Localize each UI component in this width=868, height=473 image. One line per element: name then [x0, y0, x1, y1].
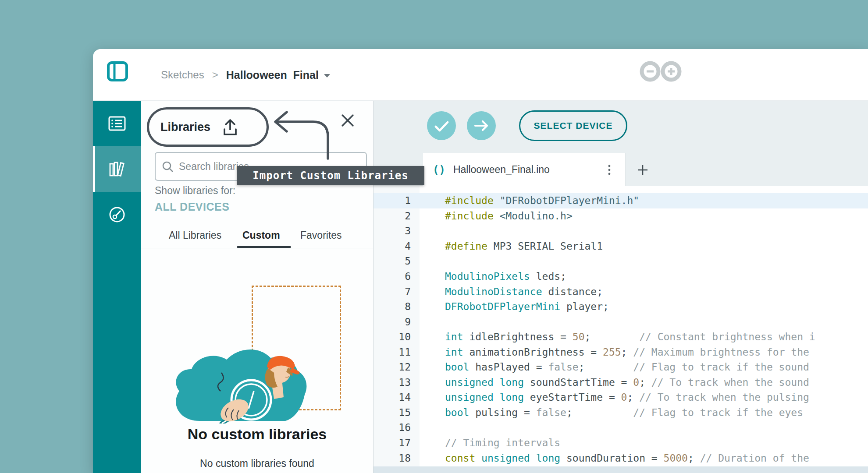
line-number: 17 [374, 437, 420, 448]
line-number: 3 [374, 225, 420, 236]
app-header: Sketches > Hallooween_Final [93, 49, 868, 101]
line-number: 4 [374, 240, 420, 252]
code-line[interactable]: 9 [374, 314, 868, 329]
line-number: 6 [374, 271, 420, 282]
code-text: bool pulsing = false; // Flag to track i… [420, 407, 803, 418]
sidebar [93, 101, 141, 473]
empty-state-illustration [169, 331, 327, 424]
sketch-file-icon: () [433, 164, 445, 176]
upload-sketch-button[interactable] [467, 111, 496, 140]
code-line[interactable]: 2#include <Modulino.h> [374, 208, 868, 224]
plus-icon [636, 163, 650, 177]
code-line[interactable]: 5 [374, 254, 868, 269]
code-line[interactable]: 14unsigned long eyeStartTime = 0; // To … [374, 390, 868, 405]
arrow-right-icon [467, 111, 496, 140]
code-line[interactable]: 7ModulinoDistance distance; [374, 284, 868, 299]
all-devices-filter[interactable]: ALL DEVICES [155, 201, 229, 213]
screen: Sketches > Hallooween_Final [0, 0, 868, 473]
code-line[interactable]: 1#include "DFRobotDFPlayerMini.h" [374, 193, 868, 208]
code-line[interactable]: 3 [374, 223, 868, 239]
tab-favorites[interactable]: Favorites [300, 229, 342, 241]
editor-toolbar: SELECT DEVICE [374, 101, 868, 153]
sketchbook-icon [107, 114, 127, 133]
code-line[interactable]: 11int animationBrightness = 255; // Maxi… [374, 344, 868, 360]
code-line[interactable]: 16 [374, 420, 868, 435]
code-text: const unsigned long soundDuration = 5000… [420, 452, 809, 464]
sidebar-item-reference[interactable] [93, 192, 141, 237]
line-number: 2 [374, 210, 420, 222]
sidebar-toggle-icon [107, 61, 128, 82]
breadcrumb: Sketches > Hallooween_Final [161, 49, 330, 101]
tab-all-libraries[interactable]: All Libraries [169, 229, 221, 241]
arduino-logo-icon [638, 60, 686, 83]
search-icon [162, 161, 174, 173]
code-text: unsigned long soundStartTime = 0; // To … [420, 377, 809, 388]
tab-custom[interactable]: Custom [242, 229, 280, 241]
sidebar-item-libraries[interactable] [93, 146, 141, 192]
code-line[interactable]: 15bool pulsing = false; // Flag to track… [374, 405, 868, 420]
code-line[interactable]: 12bool hasPlayed = false; // Flag to tra… [374, 360, 868, 375]
libraries-panel: Libraries [141, 101, 374, 473]
import-upload-icon[interactable] [222, 117, 238, 137]
code-line[interactable]: 10int idleBrightness = 50; // Constant b… [374, 329, 868, 345]
check-icon [427, 111, 456, 140]
libraries-header-annotation-circle: Libraries [147, 107, 269, 147]
code-editor[interactable]: 1#include "DFRobotDFPlayerMini.h"2#inclu… [374, 186, 868, 473]
line-number: 16 [374, 422, 420, 433]
code-text: ModulinoPixels leds; [420, 271, 566, 282]
code-text: #include <Modulino.h> [420, 210, 573, 222]
add-tab-button[interactable] [636, 163, 650, 177]
show-libraries-for-label: Show libraries for: [155, 185, 235, 197]
line-number: 15 [374, 407, 420, 418]
line-number: 9 [374, 316, 420, 328]
line-number: 5 [374, 255, 420, 267]
close-icon [340, 113, 355, 128]
editor-bottom-band [374, 466, 868, 473]
code-text: ModulinoDistance distance; [420, 286, 603, 297]
breadcrumb-sketches-link[interactable]: Sketches [161, 69, 204, 81]
line-number: 7 [374, 286, 420, 297]
code-line[interactable]: 13unsigned long soundStartTime = 0; // T… [374, 375, 868, 390]
line-number: 12 [374, 361, 420, 373]
editor-tabbar: () Hallooween_Final.ino [374, 153, 868, 186]
code-text: DFRobotDFPlayerMini player; [420, 301, 609, 312]
line-number: 18 [374, 452, 420, 464]
editor-area: SELECT DEVICE () Hallooween_Final.ino [374, 101, 868, 473]
line-number: 10 [374, 331, 420, 342]
sketch-name: Hallooween_Final [226, 69, 319, 81]
tab-options-kebab-icon[interactable] [607, 164, 612, 176]
code-line[interactable]: 4#define MP3_SERIAL Serial1 [374, 239, 868, 254]
import-custom-libraries-tooltip: Import Custom Libraries [237, 166, 424, 185]
file-tab-active[interactable]: () Hallooween_Final.ino [423, 153, 626, 186]
line-number: 13 [374, 377, 420, 388]
line-number: 1 [374, 195, 420, 206]
compass-icon [107, 205, 127, 224]
code-rows: 1#include "DFRobotDFPlayerMini.h"2#inclu… [374, 193, 868, 466]
line-number: 11 [374, 346, 420, 358]
line-number: 8 [374, 301, 420, 312]
select-device-button[interactable]: SELECT DEVICE [519, 110, 627, 141]
code-line[interactable]: 18const unsigned long soundDuration = 50… [374, 450, 868, 466]
breadcrumb-separator: > [212, 69, 218, 81]
empty-state-subtitle: No custom libraries found [141, 458, 373, 469]
file-tab-label: Hallooween_Final.ino [453, 164, 550, 176]
panel-divider [141, 248, 373, 248]
app-window: Sketches > Hallooween_Final [93, 49, 868, 473]
sidebar-item-sketchbook[interactable] [93, 101, 141, 146]
sketch-name-dropdown[interactable]: Hallooween_Final [226, 69, 330, 81]
panel-title: Libraries [160, 120, 210, 134]
code-text: int idleBrightness = 50; // Constant bri… [420, 331, 815, 342]
code-line[interactable]: 6ModulinoPixels leds; [374, 269, 868, 284]
code-line[interactable]: 17// Timing intervals [374, 435, 868, 451]
code-text: bool hasPlayed = false; // Flag to track… [420, 361, 809, 373]
verify-button[interactable] [427, 111, 456, 140]
close-panel-button[interactable] [340, 113, 355, 128]
code-line[interactable]: 8DFRobotDFPlayerMini player; [374, 299, 868, 314]
code-text: unsigned long eyeStartTime = 0; // To tr… [420, 392, 809, 403]
library-tabs: All Libraries Custom Favorites [141, 227, 373, 248]
chevron-down-icon [324, 74, 330, 78]
libraries-books-icon [107, 159, 127, 179]
sidebar-toggle-button[interactable] [107, 61, 128, 82]
code-text: int animationBrightness = 255; // Maximu… [420, 346, 809, 358]
line-number: 14 [374, 392, 420, 403]
